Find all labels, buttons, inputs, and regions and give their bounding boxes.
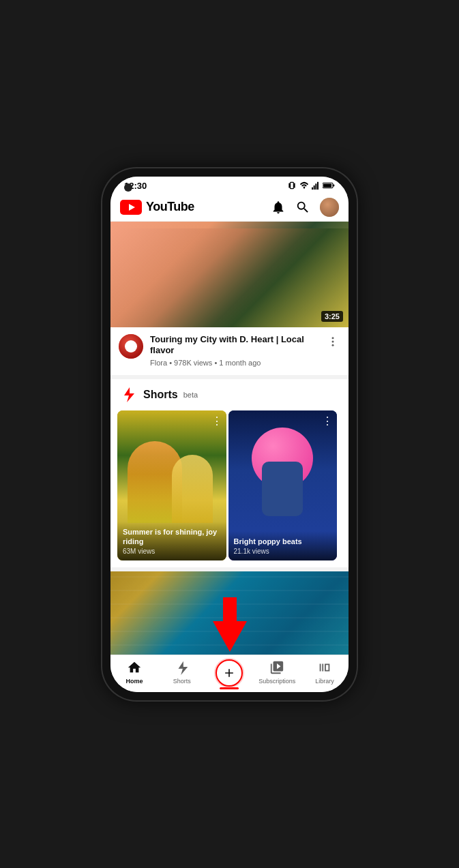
profile-avatar[interactable] bbox=[320, 198, 339, 217]
shorts-logo-icon bbox=[120, 386, 138, 404]
search-icon[interactable] bbox=[295, 200, 310, 215]
shorts-section: Shorts beta Summer is bbox=[110, 375, 349, 567]
video-duration: 3:25 bbox=[321, 311, 343, 322]
battery-icon bbox=[323, 181, 335, 190]
channel-avatar[interactable] bbox=[119, 334, 143, 359]
svg-rect-5 bbox=[314, 185, 315, 190]
featured-thumb-bg bbox=[110, 222, 349, 327]
svg-rect-3 bbox=[291, 183, 293, 188]
status-icons bbox=[287, 181, 335, 190]
pool-overlay bbox=[110, 571, 349, 654]
svg-point-13 bbox=[332, 337, 334, 339]
svg-rect-0 bbox=[288, 183, 290, 188]
next-video-section[interactable] bbox=[110, 567, 349, 654]
shorts-nav-icon bbox=[174, 659, 190, 676]
notification-icon[interactable] bbox=[271, 200, 286, 215]
featured-thumbnail[interactable]: 3:25 bbox=[110, 222, 349, 327]
video-meta: Touring my City with D. Heart | Local fl… bbox=[150, 334, 320, 368]
nav-shorts-label: Shorts bbox=[173, 678, 191, 685]
short-info-2: Bright poppy beats 21.1k views bbox=[228, 531, 338, 560]
svg-rect-7 bbox=[317, 182, 319, 190]
create-button[interactable] bbox=[216, 659, 243, 687]
shorts-header: Shorts beta bbox=[110, 386, 349, 410]
status-bar: 12:30 bbox=[110, 177, 349, 194]
channel-name: Flora bbox=[150, 359, 167, 367]
svg-point-15 bbox=[332, 344, 334, 346]
create-btn-underline bbox=[220, 687, 239, 689]
vibrate-icon bbox=[287, 181, 297, 190]
short-title-1: Summer is for shining, joy riding bbox=[123, 527, 221, 547]
view-count: 978K views bbox=[174, 359, 212, 367]
youtube-logo-icon bbox=[120, 200, 142, 215]
featured-video-card: 3:25 Touring my City with D. Heart | Loc… bbox=[110, 222, 349, 374]
time-ago: 1 month ago bbox=[219, 359, 261, 367]
home-icon bbox=[126, 659, 143, 676]
nav-subscriptions-label: Subscriptions bbox=[258, 678, 295, 685]
short-card-1[interactable]: Summer is for shining, joy riding 63M vi… bbox=[117, 410, 226, 560]
svg-point-14 bbox=[332, 340, 334, 342]
nav-shorts[interactable]: Shorts bbox=[158, 659, 206, 687]
short-more-icon-2[interactable]: ⋮ bbox=[322, 415, 333, 428]
shorts-grid: Summer is for shining, joy riding 63M vi… bbox=[110, 410, 349, 560]
short-more-icon-1[interactable]: ⋮ bbox=[211, 415, 222, 428]
nav-home-label: Home bbox=[125, 678, 143, 685]
nav-library[interactable]: Library bbox=[301, 659, 349, 687]
short-card-2[interactable]: Bright poppy beats 21.1k views ⋮ bbox=[228, 410, 338, 560]
svg-rect-10 bbox=[333, 185, 334, 187]
short-info-1: Summer is for shining, joy riding 63M vi… bbox=[117, 522, 226, 561]
shorts-beta-label: beta bbox=[183, 391, 198, 399]
library-icon bbox=[316, 659, 333, 676]
logo-area: YouTube bbox=[120, 200, 194, 215]
subscriptions-icon bbox=[269, 659, 285, 676]
wifi-icon bbox=[299, 181, 309, 190]
nav-create[interactable] bbox=[206, 659, 254, 687]
phone-frame: 12:30 bbox=[102, 168, 357, 700]
nav-home[interactable]: Home bbox=[110, 659, 158, 687]
video-info: Touring my City with D. Heart | Local fl… bbox=[110, 327, 349, 374]
camera-notch bbox=[124, 183, 132, 192]
shorts-label: Shorts bbox=[143, 389, 178, 401]
video-subtitle: Flora • 978K views • 1 month ago bbox=[150, 359, 320, 367]
short-views-2: 21.1k views bbox=[234, 548, 332, 555]
youtube-logo-text: YouTube bbox=[146, 200, 194, 214]
nav-library-label: Library bbox=[315, 678, 334, 685]
app-header: YouTube bbox=[110, 194, 349, 222]
header-actions bbox=[271, 198, 339, 217]
nav-subscriptions[interactable]: Subscriptions bbox=[253, 659, 301, 687]
video-title: Touring my City with D. Heart | Local fl… bbox=[150, 334, 320, 357]
svg-rect-1 bbox=[294, 183, 295, 188]
signal-icon bbox=[312, 181, 320, 190]
svg-rect-6 bbox=[315, 183, 316, 190]
bottom-nav: Home Shorts bbox=[110, 655, 349, 692]
phone-screen: 12:30 bbox=[110, 177, 349, 692]
svg-rect-4 bbox=[312, 188, 313, 190]
separator-1: • bbox=[169, 359, 174, 367]
short-title-2: Bright poppy beats bbox=[234, 537, 332, 546]
short-views-1: 63M views bbox=[123, 548, 221, 555]
video-more-icon[interactable] bbox=[327, 334, 340, 368]
content-scroll[interactable]: 3:25 Touring my City with D. Heart | Loc… bbox=[110, 222, 349, 655]
svg-rect-9 bbox=[323, 183, 331, 187]
